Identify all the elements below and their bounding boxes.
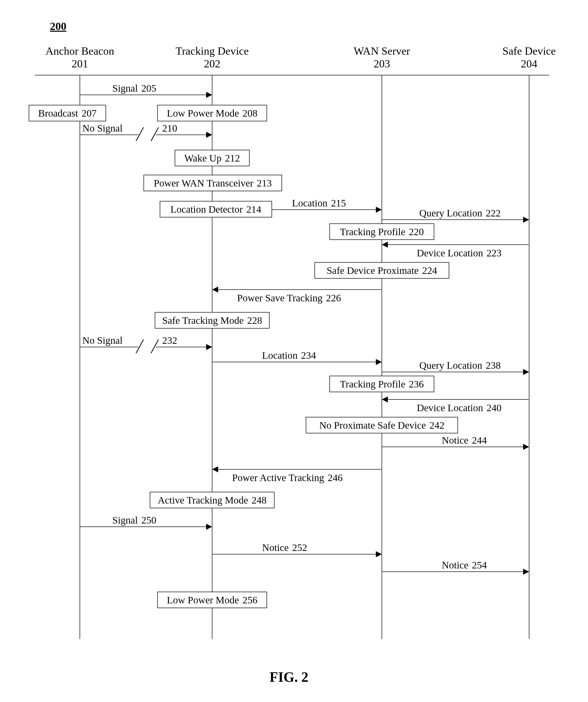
svg-line-12: [151, 340, 158, 353]
lifeline-anchor: [80, 76, 80, 639]
lane-header-wan: WAN Server 203: [342, 45, 422, 70]
box-locdetector-214: Location Detector214: [160, 201, 272, 217]
box-safemode-228: Safe Tracking Mode228: [155, 312, 269, 329]
msg-nosignal-210-num: 210: [162, 122, 177, 134]
lane-id: 203: [342, 58, 422, 71]
box-lowpower-208: Low Power Mode208: [157, 105, 267, 121]
figure-caption: FIG. 2: [269, 669, 309, 685]
box-noproximate-242: No Proximate Safe Device242: [306, 417, 458, 433]
box-lowpower-256: Low Power Mode256: [157, 592, 267, 608]
lane-title: WAN Server: [354, 45, 410, 57]
svg-line-3: [136, 127, 143, 141]
lifeline-safe: [529, 76, 530, 639]
box-safeproximate-224: Safe Device Proximate224: [315, 262, 449, 278]
msg-powersave-226: Power Save Tracking226: [237, 292, 341, 304]
msg-notice-254: Notice254: [442, 559, 487, 571]
lane-title: Anchor Beacon: [46, 45, 114, 57]
msg-signal-205: Signal205: [112, 82, 156, 94]
box-broadcast-207: Broadcast207: [29, 105, 106, 121]
msg-signal-250: Signal250: [112, 514, 156, 526]
msg-location-234: Location234: [262, 350, 316, 361]
msg-nosignal-232-num: 232: [162, 335, 177, 346]
lane-title: Safe Device: [502, 45, 556, 57]
box-powerwan-213: Power WAN Transceiver213: [143, 175, 282, 191]
box-wakeup-212: Wake Up212: [175, 150, 250, 166]
lane-id: 204: [492, 58, 567, 71]
msg-notice-252: Notice252: [262, 542, 307, 554]
msg-query-238: Query Location238: [419, 359, 501, 371]
svg-line-4: [151, 127, 158, 141]
box-trackprofile-236: Tracking Profile236: [330, 376, 434, 392]
msg-nosignal-210: No Signal: [82, 122, 123, 134]
header-divider: [35, 75, 549, 76]
lane-title: Tracking Device: [176, 45, 249, 57]
msg-nosignal-232: No Signal: [82, 335, 123, 346]
box-activemode-248: Active Tracking Mode248: [150, 492, 274, 508]
lane-header-safe: Safe Device 204: [492, 45, 567, 70]
lane-header-tracking: Tracking Device 202: [170, 45, 255, 70]
lane-header-anchor: Anchor Beacon 201: [40, 45, 120, 70]
msg-query-222: Query Location222: [419, 207, 501, 219]
msg-devloc-223: Device Location223: [417, 247, 501, 259]
msg-location-215: Location215: [292, 197, 346, 209]
lane-id: 201: [40, 58, 120, 71]
lifeline-wan: [382, 76, 382, 639]
msg-notice-244: Notice244: [442, 434, 487, 446]
lane-id: 202: [170, 58, 255, 71]
figure-number: 200: [50, 20, 67, 33]
box-trackprofile-220: Tracking Profile220: [330, 223, 434, 240]
sequence-diagram: 200 Anchor Beacon 201 Tracking Device 20…: [0, 0, 588, 702]
msg-devloc-240: Device Location240: [417, 402, 501, 414]
svg-line-11: [136, 340, 143, 353]
msg-poweractive-246: Power Active Tracking246: [232, 472, 343, 484]
